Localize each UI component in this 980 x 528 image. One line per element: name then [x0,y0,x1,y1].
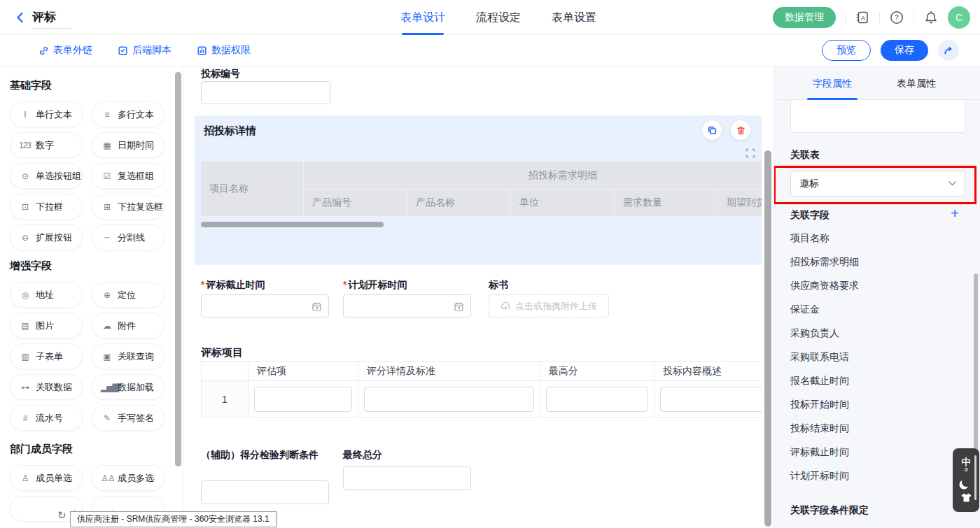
related-field-item[interactable]: 投标开始时间 [790,392,859,416]
widget-scroll-indicator[interactable] [974,455,976,500]
dark-mode-moon-icon[interactable] [961,477,972,487]
field-type-icon: ⊙ [19,171,31,181]
field-type-pill[interactable]: I 单行文本 [10,101,83,127]
aux-condition-input[interactable] [201,480,329,504]
field-type-icon: 123 [19,141,31,150]
related-field-item[interactable]: 项目名称 [790,226,859,250]
field-type-label: 关联数据 [36,381,72,394]
field-type-label: 多行文本 [118,108,154,121]
main-tabs: 表单设计 流程设定 表单设置 [400,0,596,35]
script-icon [118,45,128,56]
form-external-link[interactable]: 表单外链 [38,44,92,57]
theme-shirt-icon[interactable] [960,493,972,503]
translate-icon[interactable]: 中 ɔ [962,458,971,472]
copy-button[interactable] [702,120,722,140]
data-permission-label: 数据权限 [211,44,251,57]
field-type-icon: # [19,413,31,423]
related-field-item[interactable]: 招投标需求明细 [790,250,859,273]
share-button[interactable] [938,40,959,61]
field-type-pill[interactable]: ✎ 手写签名 [92,405,164,431]
bid-no-input[interactable] [201,81,330,104]
related-fields-list: 项目名称 招投标需求明细 供应商资格要求 保证金 采购负责人 采购联系电话 报名… [790,226,859,487]
field-type-pill[interactable]: ⊕ 定位 [92,282,164,308]
related-table-select[interactable]: 邀标 [790,171,965,197]
subform-block-selected[interactable]: 招投标详情 项目名称 招投标需求明细 产品编号 产品名称 单位 需求数量 [195,115,762,265]
field-type-pill[interactable]: ☁ 附件 [92,313,164,338]
delete-button[interactable] [731,120,750,140]
related-field-item[interactable]: 报名截止时间 [790,369,859,392]
tab-form-setting[interactable]: 表单设置 [552,0,596,35]
notification-bell-icon[interactable] [923,10,939,25]
field-type-label: 分割线 [118,231,145,244]
related-field-item[interactable]: 投标结束时间 [790,416,859,440]
expand-icon[interactable] [746,148,755,158]
related-field-item[interactable]: 保证金 [790,297,859,321]
panel-scrollbar[interactable] [974,273,978,452]
field-type-pill[interactable]: ♙♙ 成员多选 [92,465,164,491]
field-type-pill[interactable]: ♙ 成员单选 [10,465,83,491]
eval-deadline-input[interactable] [201,294,329,317]
score-cell-input[interactable] [364,387,534,412]
tab-form-properties[interactable]: 表单属性 [897,66,936,100]
backend-script-label: 后端脚本 [132,44,172,57]
section-title: 增强字段 [10,259,164,273]
field-type-pill[interactable]: ▂▅▇ 数据加载 [92,374,164,400]
field-type-pill[interactable]: ╌ 分割线 [92,224,164,250]
field-type-pill[interactable]: ⊶ 关联数据 [10,374,83,400]
field-type-pill[interactable]: ▥ 子表单 [10,343,83,369]
related-field-item[interactable]: 评标截止时间 [790,440,859,464]
backend-script-link[interactable]: 后端脚本 [118,44,172,57]
field-type-pill[interactable]: # 流水号 [10,405,83,431]
avatar[interactable]: C [948,6,970,29]
final-score-input[interactable] [343,466,471,490]
field-type-pill[interactable]: ▤ 图片 [10,313,83,338]
field-type-label: 复选框组 [118,170,154,183]
field-type-pill[interactable]: ⊙ 单选按钮组 [10,163,83,189]
score-cell-input[interactable] [254,387,352,412]
tab-field-properties[interactable]: 字段属性 [813,66,852,100]
field-type-pill[interactable]: ⊡ 下拉框 [10,194,83,220]
data-permission-link[interactable]: 数据权限 [197,44,251,57]
subform-hscrollbar[interactable] [201,222,384,227]
canvas-scrollbar[interactable] [764,150,771,527]
sidebar-scrollbar[interactable] [175,72,181,466]
tab-process-setting[interactable]: 流程设定 [476,0,521,35]
field-type-label: 数据加载 [118,381,154,394]
field-type-label: 流水号 [36,412,63,424]
field-type-pill[interactable]: ▦ 日期时间 [92,132,164,158]
field-type-pill[interactable]: ⊖ 扩展按钮 [10,224,83,250]
open-time-input[interactable] [343,294,471,317]
divider [845,13,846,23]
tab-form-design[interactable]: 表单设计 [400,0,445,35]
score-col-header: 投标内容概述 [654,362,762,380]
save-button[interactable]: 保存 [881,40,928,61]
field-type-pill[interactable]: ☑ 复选框组 [92,163,164,189]
related-field-item[interactable]: 采购负责人 [790,321,859,345]
field-type-pill[interactable]: ◎ 地址 [10,282,83,308]
back-icon[interactable] [14,11,27,24]
section-title: 基础字段 [10,79,164,92]
related-field-item[interactable]: 计划开标时间 [790,464,859,487]
field-type-pill[interactable]: ▣ 关联查询 [92,343,164,369]
section-title: 部门成员字段 [10,443,164,456]
help-icon[interactable]: ? [889,10,904,25]
field-type-icon: I [19,110,31,120]
contacts-icon[interactable]: A [855,10,870,25]
field-type-pill[interactable]: ≡ 多行文本 [92,101,164,127]
field-type-pill[interactable]: ⊞ 下拉复选框 [92,194,164,220]
upload-button[interactable]: 点击或拖拽附件上传 [489,294,609,317]
member-field-grid: ♙ 成员单选 ♙♙ 成员多选 [10,465,164,491]
field-type-label: 单行文本 [36,108,72,121]
field-type-label: 子表单 [36,350,63,363]
field-name-textarea[interactable] [790,100,965,133]
related-field-item[interactable]: 供应商资格要求 [790,273,859,297]
field-type-pill[interactable]: 123 数字 [10,132,83,158]
data-manage-button[interactable]: 数据管理 [773,7,836,28]
field-library-sidebar: 基础字段 I 单行文本 ≡ 多行文本 123 数字 ▦ [0,66,183,528]
related-field-item[interactable]: 采购联系电话 [790,345,859,369]
form-external-link-label: 表单外链 [53,44,92,57]
preview-button[interactable]: 预览 [822,40,871,61]
score-cell-input[interactable] [660,387,762,412]
add-related-field-button[interactable]: + [951,206,959,220]
score-cell-input[interactable] [546,387,648,412]
